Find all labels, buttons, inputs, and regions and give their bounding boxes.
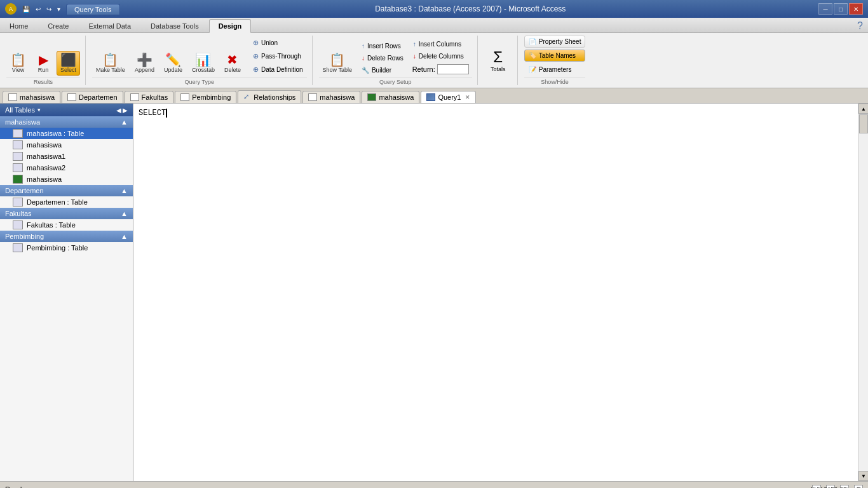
results-group: 📋 View ▶ Run ⬛ Select Results: [4, 36, 86, 85]
data-definition-btn[interactable]: ⊕ Data Definition: [249, 64, 307, 76]
query-setup-cols: ↑ Insert Columns ↓ Delete Columns Return…: [409, 39, 472, 76]
tab-design[interactable]: Design: [209, 19, 252, 33]
select-btn[interactable]: ⬛ Select: [57, 51, 80, 76]
departemen-tab-icon: [67, 93, 76, 101]
nav-item-mahasiswa2[interactable]: mahasiswa2: [0, 162, 133, 173]
tab-mahasiswa-2[interactable]: mahasiswa: [302, 91, 360, 103]
scroll-track[interactable]: [858, 114, 868, 471]
num-lock-indicator: NUM: [812, 485, 821, 489]
caps-indicator: CAPS: [826, 485, 835, 489]
show-table-btn[interactable]: 📋 Show Table: [319, 51, 356, 76]
property-sheet-icon: 📄: [529, 38, 536, 45]
insert-rows-btn[interactable]: ↑ Insert Rows: [358, 41, 407, 51]
tab-relationships[interactable]: ⤢ Relationships: [238, 90, 301, 103]
crosstab-btn[interactable]: 📊 Crosstab: [188, 51, 219, 76]
totals-group: Σ Totals .: [482, 36, 518, 85]
nav-item-departemen-table[interactable]: Departemen : Table: [0, 196, 133, 208]
status-text: Ready: [5, 485, 25, 489]
tab-create[interactable]: Create: [38, 19, 78, 32]
insert-columns-icon: ↑: [413, 41, 416, 48]
nav-group-pembimbing[interactable]: Pembimbing ▲: [0, 231, 133, 242]
view-btn[interactable]: 📋 View: [6, 51, 30, 76]
nav-right-arrow[interactable]: ▶: [123, 107, 128, 114]
update-btn[interactable]: ✏️ Update: [160, 51, 186, 76]
nav-item-pembimbing-table[interactable]: Pembimbing : Table: [0, 242, 133, 254]
nav-item-fakultas-table[interactable]: Fakultas : Table: [0, 219, 133, 231]
ribbon: Home Create External Data Database Tools…: [0, 18, 868, 88]
undo-quick-btn[interactable]: ↩: [34, 5, 43, 13]
delete-icon: ✖: [227, 53, 238, 66]
nav-left-arrow[interactable]: ◀: [116, 107, 121, 114]
content-inner: SELECT ▲ ▼: [133, 104, 868, 481]
scroll-thumb[interactable]: [859, 114, 868, 133]
pass-through-btn[interactable]: ⊕ Pass-Through: [249, 50, 307, 62]
content-scrollbar: ▲ ▼: [858, 104, 868, 481]
minimize-btn[interactable]: ─: [818, 3, 832, 15]
insert-rows-icon: ↑: [362, 43, 365, 50]
tab-mahasiswa-1[interactable]: mahasiswa: [3, 91, 60, 103]
union-btn[interactable]: ⊕ Union: [249, 37, 307, 49]
tab-query1[interactable]: Query1 ✕: [421, 91, 476, 103]
window-title: Database3 : Database (Access 2007) - Mic…: [375, 4, 566, 13]
nav-group-departemen[interactable]: Departemen ▲: [0, 185, 133, 196]
run-btn[interactable]: ▶ Run: [32, 51, 55, 76]
tab-mahasiswa-3[interactable]: mahasiswa: [362, 91, 419, 103]
union-icon: ⊕: [253, 39, 259, 47]
tab-departemen-1[interactable]: Departemen: [62, 91, 123, 103]
scroll-up-btn[interactable]: ▲: [858, 104, 868, 114]
scroll-down-btn[interactable]: ▼: [858, 471, 868, 481]
mahasiswa-1-icon: [13, 140, 23, 149]
tab-home[interactable]: Home: [0, 19, 37, 32]
delete-columns-btn[interactable]: ↓ Delete Columns: [409, 51, 472, 62]
show-hide-label: Show/Hide: [524, 77, 586, 85]
help-icon[interactable]: ?: [852, 20, 868, 32]
parameters-btn[interactable]: 📝 Parameters: [524, 64, 586, 76]
query-tools-tab[interactable]: Query Tools: [66, 4, 120, 15]
nav-group-mahasiswa[interactable]: mahasiswa ▲: [0, 116, 133, 128]
delete-rows-btn[interactable]: ↓ Delete Rows: [358, 53, 407, 64]
query-editor[interactable]: SELECT: [133, 104, 858, 481]
query-setup-rows-cols: ↑ Insert Rows ↓ Delete Rows 🔧 Builder: [358, 41, 407, 76]
tab-external-data[interactable]: External Data: [79, 19, 140, 32]
mahasiswa-collapse-icon: ▲: [121, 118, 128, 126]
return-input[interactable]: [437, 64, 469, 74]
query1-close-btn[interactable]: ✕: [465, 94, 470, 100]
insert-columns-btn[interactable]: ↑ Insert Columns: [409, 39, 472, 50]
save-quick-btn[interactable]: 💾: [20, 5, 32, 13]
append-icon: ➕: [137, 53, 153, 66]
mahasiswa-1-tab-icon: [8, 93, 17, 101]
nav-item-mahasiswa-green[interactable]: mahasiswa: [0, 173, 133, 185]
restore-btn[interactable]: □: [834, 3, 848, 15]
table-names-btn[interactable]: 🏷️ Table Names: [524, 50, 586, 62]
return-field: Return:: [409, 63, 472, 76]
dropdown-quick-btn[interactable]: ▾: [55, 5, 62, 13]
pembimbing-table-icon: [13, 243, 23, 252]
totals-btn[interactable]: Σ Totals: [484, 45, 512, 76]
close-btn[interactable]: ✕: [849, 3, 863, 15]
nav-item-mahasiswa-1[interactable]: mahasiswa: [0, 139, 133, 151]
nav-group-fakultas[interactable]: Fakultas ▲: [0, 208, 133, 219]
tab-fakultas-1[interactable]: Fakultas: [125, 91, 174, 103]
append-btn[interactable]: ➕ Append: [131, 51, 158, 76]
nav-item-mahasiswa1[interactable]: mahasiswa1: [0, 151, 133, 162]
main-body: All Tables ▾ ◀ ▶ mahasiswa ▲ mahasiswa :…: [0, 104, 868, 481]
query-type-group: 📋 Make Table ➕ Append ✏️ Update 📊 Crosst…: [90, 36, 313, 85]
nav-item-mahasiswa-table[interactable]: mahasiswa : Table: [0, 128, 133, 139]
delete-btn[interactable]: ✖ Delete: [220, 51, 245, 76]
make-table-btn[interactable]: 📋 Make Table: [92, 51, 129, 76]
totals-label: Totals: [491, 66, 506, 72]
property-sheet-btn[interactable]: 📄 Property Sheet: [524, 36, 586, 48]
show-table-icon: 📋: [329, 53, 345, 66]
query-type-label: Query Type: [92, 77, 307, 85]
mahasiswa2-icon: [13, 163, 23, 172]
totals-icon: Σ: [493, 48, 503, 66]
pass-through-icon: ⊕: [253, 52, 259, 60]
query-type-items: 📋 Make Table ➕ Append ✏️ Update 📊 Crosst…: [92, 36, 307, 76]
tab-database-tools[interactable]: Database Tools: [141, 19, 208, 32]
builder-btn[interactable]: 🔧 Builder: [358, 65, 407, 76]
fakultas-tab-icon: [130, 93, 139, 101]
redo-quick-btn[interactable]: ↪: [44, 5, 53, 13]
query-type-small-buttons: ⊕ Union ⊕ Pass-Through ⊕ Data Definition: [249, 37, 307, 76]
tab-pembimbing-1[interactable]: Pembimbing: [175, 91, 236, 103]
nav-dropdown-icon[interactable]: ▾: [37, 107, 41, 113]
